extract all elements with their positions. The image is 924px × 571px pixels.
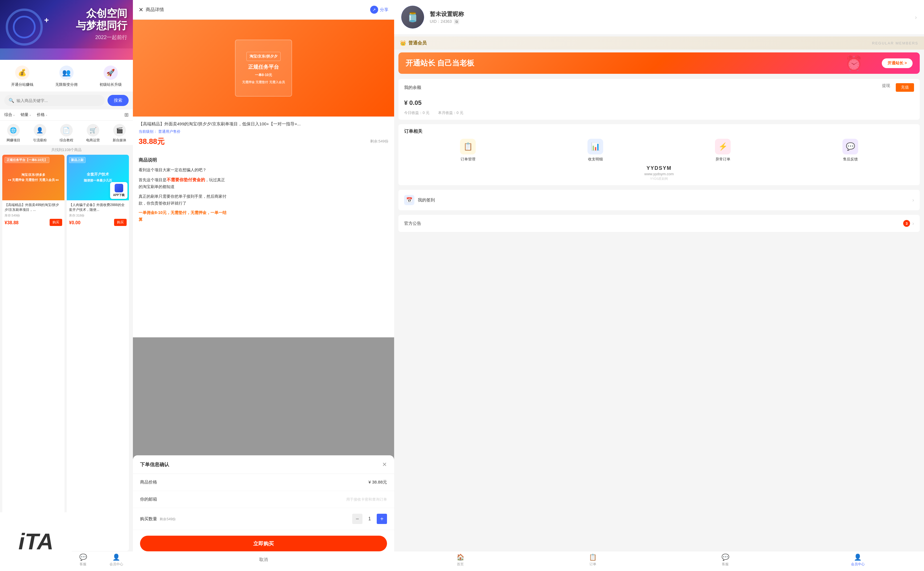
back-button[interactable]: ✕ 商品详情 xyxy=(139,6,164,13)
banner-year: 2022一起前行 xyxy=(76,34,127,41)
app-download-badge[interactable]: APP下载 xyxy=(110,182,127,199)
order-email-hint: 用于接收卡密和查询订单 xyxy=(346,497,387,502)
quantity-control: − 1 + xyxy=(352,514,387,524)
notice-label: 官方公告 xyxy=(404,221,421,226)
avatar-image: 🫙 xyxy=(401,6,424,28)
right-bottom-nav: 🏠 首页 📋 订单 💬 客服 👤 会员中心 xyxy=(394,551,924,571)
wallet-title: 我的余额 xyxy=(404,85,421,90)
order-price-row: 商品价格 ¥ 38.88元 xyxy=(133,474,394,491)
product-buy-btn-2[interactable]: 购买 xyxy=(114,219,127,226)
search-input-wrap[interactable]: 🔍 xyxy=(4,95,105,106)
product-card-2[interactable]: 新品上架 全套开户技术随便接一单最少几百 APP下载 【人肉骗子必备】外面收费2… xyxy=(67,155,129,551)
rnav-order-icon: 📋 xyxy=(589,554,597,561)
jiaocheng-label: 综合教程 xyxy=(60,138,73,143)
uid-copy-button[interactable]: ⧉ xyxy=(454,19,459,24)
after-sale[interactable]: 💬 售后反馈 xyxy=(842,139,858,162)
product-tag-2: 新品上架 xyxy=(69,157,85,163)
filter-sales[interactable]: 销量 ⬦ xyxy=(20,112,31,117)
banner: + 众创空间 与梦想同行 2022一起前行 xyxy=(0,0,133,60)
order-modal: 下单信息确认 ✕ 商品价格 ¥ 38.88元 你的邮箱 用于接收卡密和查询订单 … xyxy=(133,455,394,571)
rnav-home[interactable]: 🏠 首页 xyxy=(394,554,527,570)
banner-subtitle: 与梦想同行 xyxy=(76,19,127,32)
category-jiaocheng[interactable]: 📄 综合教程 xyxy=(60,124,73,143)
product-price-1: ¥38.88 xyxy=(5,220,19,225)
grid-view-icon[interactable]: ⊞ xyxy=(124,112,128,118)
order-email-label: 你的邮箱 xyxy=(140,497,157,502)
product-stock-2: 库存:318份 xyxy=(69,213,127,218)
product-buy-btn-1[interactable]: 购买 xyxy=(50,219,62,226)
rnav-order-label: 订单 xyxy=(590,562,596,567)
order-modal-overlay: 下单信息确认 ✕ 商品价格 ¥ 38.88元 你的邮箱 用于接收卡密和查询订单 … xyxy=(133,337,394,571)
member-label: 会员中心 xyxy=(110,562,123,567)
user-header: 🫙 暂未设置昵称 UID：24363 ⧉ › xyxy=(394,0,924,34)
product-detail-info: 【高端精品】外面卖499的淘宝/拼夕夕/京东刷单项目，低保日入100+【一对一指… xyxy=(133,117,394,151)
notice-row[interactable]: 官方公告 3 › xyxy=(398,215,920,232)
banner-circle-inner xyxy=(13,15,36,39)
product-desc-title: 商品说明 xyxy=(139,157,388,163)
order-management-icon: 📋 xyxy=(460,139,476,154)
watermark-url: www.yydsym.com xyxy=(404,172,914,176)
qty-increase-button[interactable]: + xyxy=(377,514,387,524)
app-icon xyxy=(115,184,123,192)
desc-p4: 一单佣金8-10元，无需垫付，无需押金，一单一结算 xyxy=(139,210,388,223)
order-management-label: 订单管理 xyxy=(461,157,475,162)
share-button[interactable]: ↗ 分享 xyxy=(370,6,388,14)
user-chevron-icon[interactable]: › xyxy=(915,14,917,20)
order-qty-stock: 剩余549份 xyxy=(160,517,176,521)
product-card-1[interactable]: 正规任务平台【一单8-10元】 淘宝/京东/拼多多♦♦ 无需押金 无需垫付 无需… xyxy=(2,155,65,551)
earn-label: 开通分站赚钱 xyxy=(11,82,33,87)
order-management[interactable]: 📋 订单管理 xyxy=(460,139,476,162)
product-grid: 正规任务平台【一单8-10元】 淘宝/京东/拼多多♦♦ 无需押金 无需垫付 无需… xyxy=(0,155,133,551)
quick-action-upgrade[interactable]: 🚀 初级站长升级 xyxy=(99,66,122,87)
category-yinliu[interactable]: 👤 引流吸粉 xyxy=(33,124,47,143)
cancel-button[interactable]: 取消 xyxy=(259,557,268,562)
xinzimeiti-label: 新自媒体 xyxy=(113,138,126,143)
order-price-label: 商品价格 xyxy=(140,480,157,485)
dianshangyunying-label: 电商运营 xyxy=(86,138,100,143)
notice-right: 3 › xyxy=(903,220,914,227)
abnormal-order[interactable]: ⚡ 异常订单 xyxy=(715,139,731,162)
order-modal-close-button[interactable]: ✕ xyxy=(382,461,387,468)
rnav-member[interactable]: 👤 会员中心 xyxy=(792,554,924,570)
category-wanzhuan[interactable]: 🌐 网赚项目 xyxy=(6,124,20,143)
split-icon: 👥 xyxy=(59,66,74,80)
search-input[interactable] xyxy=(17,98,101,103)
buy-now-button[interactable]: 立即购买 xyxy=(140,536,387,551)
product-img-text-2: 全套开户技术随便接一单最少几百 xyxy=(81,169,115,186)
product-desc-text: 看到这个项目大家一定在想骗人的吧？ 首先这个项目是不需要你垫付资金的，玩过真正的… xyxy=(139,167,388,224)
category-value: 普通用户售价 xyxy=(158,130,181,134)
filter-composite[interactable]: 综合 ⬦ xyxy=(4,112,15,117)
dianshangyunying-icon: 🛒 xyxy=(87,124,99,136)
abnormal-order-label: 异常订单 xyxy=(715,157,731,162)
wallet-header: 我的余额 提现 充值 xyxy=(404,83,914,92)
category-xinzimeiti[interactable]: 🎬 新自媒体 xyxy=(113,124,126,143)
promo-open-button[interactable]: 开通站长 > xyxy=(882,59,913,68)
product-detail-stock: 剩余:549份 xyxy=(370,139,388,144)
product-title-1: 【高端精品】外面卖499的淘宝/拼夕夕/京东刷单项目，... xyxy=(5,202,62,212)
category-label: 当前级别： xyxy=(139,130,157,134)
quick-action-earn[interactable]: 💰 开通分站赚钱 xyxy=(11,66,33,87)
watermark-text: YYDSYM xyxy=(404,165,914,171)
qty-decrease-button[interactable]: − xyxy=(352,514,362,524)
banner-wave xyxy=(0,48,133,60)
quick-action-split[interactable]: 👥 无限裂变分佣 xyxy=(55,66,77,87)
rnav-service[interactable]: 💬 客服 xyxy=(659,554,792,570)
withdraw-button[interactable]: 提现 xyxy=(882,83,890,92)
rnav-order[interactable]: 📋 订单 xyxy=(527,554,659,570)
search-button[interactable]: 搜索 xyxy=(107,95,128,106)
month-earning: 本月收益：0 元 xyxy=(438,110,463,116)
nav-member[interactable]: 👤 会员中心 xyxy=(100,554,133,570)
category-dianshangyunying[interactable]: 🛒 电商运营 xyxy=(86,124,100,143)
left-panel: + 众创空间 与梦想同行 2022一起前行 💰 开通分站赚钱 👥 无限裂变分佣 … xyxy=(0,0,133,571)
product-detail-title: 【高端精品】外面卖499的淘宝/拼夕夕/京东刷单项目，低保日入100+【一对一指… xyxy=(139,121,388,127)
checkin-row[interactable]: 📅 我的签到 › xyxy=(398,190,920,210)
earn-icon: 💰 xyxy=(15,66,29,80)
filter-price[interactable]: 价格 ⬦ xyxy=(37,112,47,117)
quick-actions: 💰 开通分站赚钱 👥 无限裂变分佣 🚀 初级站长升级 xyxy=(0,60,133,91)
price-arrow-icon: ⬦ xyxy=(46,113,47,117)
yinliu-icon: 👤 xyxy=(34,124,46,136)
recharge-button[interactable]: 充值 xyxy=(896,83,914,92)
middle-panel: ✕ 商品详情 ↗ 分享 淘宝/京东/拼夕夕 正规任务平台 一单8-10元 无需押… xyxy=(133,0,394,571)
order-qty-row: 购买数量 剩余549份 − 1 + xyxy=(133,508,394,530)
income-detail[interactable]: 📊 收支明细 xyxy=(588,139,603,162)
